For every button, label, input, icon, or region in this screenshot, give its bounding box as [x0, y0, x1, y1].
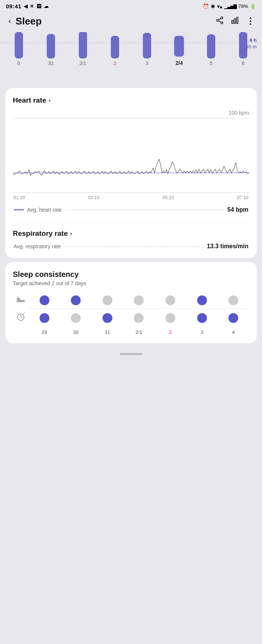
nav-right: ⋮	[216, 16, 255, 26]
alarm-dot-6	[228, 313, 238, 323]
status-right: ⏰ ✱ ▾▴ ▁▃▅▇ 78% 🔋	[203, 3, 256, 9]
bottom-handle	[0, 347, 262, 359]
avg-respiratory-row: Avg. respiratory rate 13.3 times/min	[13, 243, 249, 250]
bar-group-21[interactable]: 2/1	[69, 32, 96, 66]
sleep-bars-container[interactable]: 0 31 2/1 2	[4, 32, 258, 66]
bed-dot-5	[197, 295, 207, 305]
bar-group-2[interactable]: 2	[101, 32, 128, 66]
time: 09:41	[6, 3, 21, 9]
consistency-subtitle: Target achieved 2 out of 7 days	[13, 280, 249, 286]
alarm-dot-1	[71, 313, 81, 323]
date-label-6: 4	[228, 329, 238, 335]
bar-label-0: 0	[17, 60, 20, 66]
time-label-1: 03:10	[88, 195, 100, 200]
bar-0	[15, 32, 23, 58]
bar-label-21: 2/1	[80, 60, 86, 66]
bar-21	[79, 32, 87, 58]
avg-label: Avg. heart rate	[27, 207, 62, 213]
resp-avg-label: Avg. respiratory rate	[14, 243, 61, 249]
more-button[interactable]: ⋮	[246, 16, 255, 26]
bar-31	[47, 34, 55, 58]
avg-line-indicator	[14, 209, 24, 211]
stats-button[interactable]	[231, 16, 239, 26]
vitals-card: Heart rate › 100 bpm 01:10 03:10 05:10 0…	[5, 88, 257, 258]
bar-label-5: 5	[210, 60, 213, 66]
wifi-icon: ▾▴	[217, 3, 222, 9]
alarm-dot-0	[40, 313, 49, 323]
chart-time-labels: 01:10 03:10 05:10 07:10	[13, 195, 249, 200]
bar-label-2: 2	[113, 60, 116, 66]
svg-line-16	[17, 313, 18, 314]
date-label-5: 3	[197, 329, 207, 335]
alarm-dots	[29, 313, 249, 323]
sleep-scroll-section: 6 h 55 m 0 31 2/1	[0, 32, 262, 84]
status-bar: 09:41 ◀ ✕ 🖼 ☁ ⏰ ✱ ▾▴ ▁▃▅▇ 78% 🔋	[0, 0, 262, 11]
bed-dot-2	[103, 295, 112, 305]
bar-wrapper-21	[79, 32, 87, 58]
alarm-dot-5	[197, 313, 207, 323]
nav-icon: ◀	[24, 3, 28, 9]
date-label-4: 2	[165, 329, 175, 335]
x-icon: ✕	[30, 3, 34, 9]
bpm-max-label: 100 bpm	[13, 110, 249, 116]
back-button[interactable]: ‹	[7, 15, 12, 28]
bar-group-31[interactable]: 31	[37, 32, 64, 66]
avg-heart-rate-value: 54 bpm	[227, 206, 248, 213]
bed-dot-1	[71, 295, 81, 305]
bar-group-3[interactable]: 3	[134, 32, 161, 66]
bar-label-3: 3	[146, 60, 148, 66]
bar-label-31: 31	[48, 60, 53, 66]
svg-line-4	[219, 18, 221, 20]
bar-label-6: 6	[242, 60, 245, 66]
legend-dotted-line	[66, 210, 224, 210]
alarm-dot-3	[134, 313, 144, 323]
duration-minutes: 55 m	[246, 44, 257, 50]
svg-line-3	[219, 21, 221, 22]
svg-rect-6	[234, 18, 236, 23]
alarm-row	[13, 312, 249, 324]
bar-5	[207, 34, 215, 58]
alarm-icon	[13, 312, 29, 324]
resp-dotted-line	[65, 246, 203, 247]
heart-rate-svg	[13, 117, 249, 192]
battery-icon: 🔋	[250, 3, 256, 9]
cloud-icon: ☁	[44, 3, 49, 9]
respiratory-rate-label: Respiratory rate	[13, 229, 68, 238]
bed-dot-0	[40, 295, 49, 305]
date-label-3: 2/1	[134, 329, 144, 335]
bar-group-0[interactable]: 0	[5, 32, 32, 66]
resp-avg-value: 13.3 times/min	[207, 243, 248, 250]
signal-icon: ▁▃▅▇	[224, 4, 236, 9]
sleep-consistency-card: Sleep consistency Target achieved 2 out …	[5, 262, 257, 343]
sleep-duration-label: 6 h 55 m	[246, 37, 257, 50]
bar-wrapper-31	[47, 32, 55, 58]
duration-hours: 6 h	[246, 37, 257, 44]
bar-group-5[interactable]: 5	[198, 32, 225, 66]
svg-rect-7	[237, 17, 238, 23]
bar-group-24[interactable]: 2/4	[166, 32, 193, 66]
date-label-2: 31	[103, 329, 112, 335]
battery-percent: 78%	[238, 3, 248, 9]
share-button[interactable]	[216, 16, 224, 26]
dates-row: 29 30 31 2/1 2 3 4	[13, 329, 249, 335]
alarm-dot-4	[165, 313, 175, 323]
page-title: Sleep	[15, 15, 41, 27]
bar-label-24: 2/4	[175, 60, 182, 66]
avg-heart-rate-row: Avg. heart rate 54 bpm	[13, 206, 249, 213]
bar-wrapper-5	[207, 32, 215, 58]
time-label-3: 07:10	[237, 195, 248, 200]
alarm-dot-2	[103, 313, 112, 323]
bar-wrapper-2	[111, 32, 119, 58]
heart-rate-title[interactable]: Heart rate ›	[13, 96, 249, 105]
image-icon: 🖼	[37, 3, 42, 9]
svg-rect-11	[17, 298, 21, 300]
heart-rate-chevron: ›	[49, 97, 51, 104]
heart-rate-chart	[13, 117, 249, 193]
respiratory-rate-title[interactable]: Respiratory rate ›	[13, 229, 249, 238]
respiratory-section: Respiratory rate › Avg. respiratory rate…	[13, 222, 249, 250]
respiratory-rate-chevron: ›	[70, 230, 72, 237]
bed-dot-3	[134, 295, 144, 305]
bar-2	[111, 36, 119, 58]
consistency-grid: 29 30 31 2/1 2 3 4	[13, 294, 249, 335]
status-left: 09:41 ◀ ✕ 🖼 ☁	[6, 3, 49, 9]
